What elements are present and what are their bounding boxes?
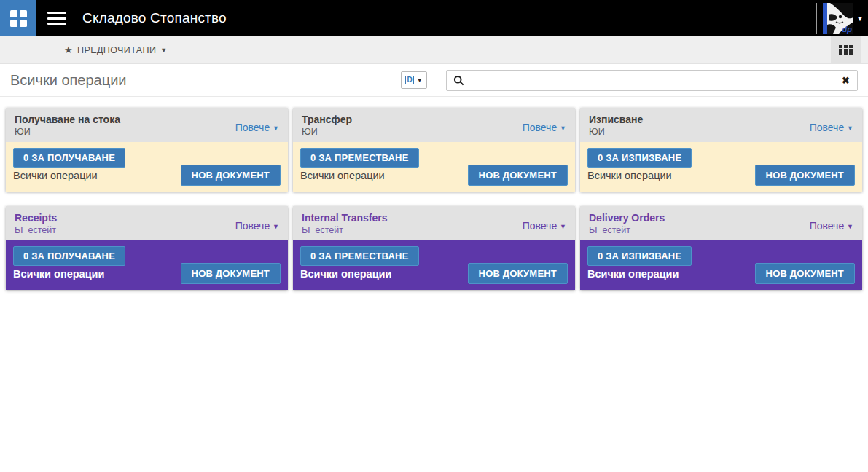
- chevron-down-icon: ▼: [273, 223, 279, 230]
- card-header: Receipts БГ естейт Повече ▼: [6, 206, 288, 240]
- chevron-down-icon: ▼: [560, 223, 566, 230]
- card-transfer-yui: Трансфер ЮИ Повече ▼ 0 ЗА ПРЕМЕСТВАНЕ Вс…: [293, 108, 575, 192]
- new-document-button[interactable]: НОВ ДОКУМЕНТ: [468, 263, 568, 284]
- card-title: Трансфер: [302, 113, 352, 126]
- kanban-view-switcher-button[interactable]: [831, 36, 861, 64]
- card-body: 0 ЗА ИЗПИЗВАНЕ Всички операции НОВ ДОКУМ…: [580, 142, 862, 192]
- favbar-divider: [52, 36, 52, 63]
- card-receipts-bg-estate: Receipts БГ естейт Повече ▼ 0 ЗА ПОЛУЧАВ…: [6, 206, 288, 290]
- more-dropdown[interactable]: Повече ▼: [810, 122, 853, 133]
- top-bar: Складово Стопанство dp ▼: [0, 0, 868, 36]
- user-caret-icon: ▼: [856, 15, 864, 23]
- card-header: Получаване на стока ЮИ Повече ▼: [6, 108, 288, 142]
- star-icon: ★: [64, 44, 73, 55]
- favorites-bar: ★ ПРЕДПОЧИТАНИ ▼: [0, 36, 868, 64]
- topbar-divider: [816, 3, 817, 34]
- card-body: 0 ЗА ПОЛУЧАВАНЕ Всички операции НОВ ДОКУ…: [6, 142, 288, 192]
- all-operations-link[interactable]: Всички операции: [13, 268, 104, 280]
- clear-search-icon[interactable]: ✖: [842, 75, 850, 86]
- favorites-label: ПРЕДПОЧИТАНИ: [77, 45, 156, 55]
- card-title: Receipts: [15, 211, 57, 224]
- hamburger-menu-button[interactable]: [47, 12, 66, 25]
- new-document-button[interactable]: НОВ ДОКУМЕНТ: [181, 263, 281, 284]
- count-button[interactable]: 0 ЗА ИЗПИЗВАНЕ: [587, 148, 692, 168]
- search-input[interactable]: [464, 71, 842, 90]
- more-dropdown[interactable]: Повече ▼: [810, 220, 853, 232]
- card-title: Изписване: [589, 113, 643, 126]
- filter-dropdown-button[interactable]: D ▼: [401, 71, 427, 89]
- more-dropdown[interactable]: Повече ▼: [523, 122, 566, 133]
- all-operations-link[interactable]: Всички операции: [13, 170, 98, 181]
- chevron-down-icon: ▼: [160, 47, 167, 54]
- card-title: Delivery Orders: [589, 211, 665, 224]
- all-operations-link[interactable]: Всички операции: [587, 268, 679, 280]
- new-document-button[interactable]: НОВ ДОКУМЕНТ: [181, 165, 281, 186]
- card-header: Internal Transfers БГ естейт Повече ▼: [293, 206, 575, 240]
- count-button[interactable]: 0 ЗА ПРЕМЕСТВАНЕ: [300, 148, 419, 168]
- chevron-down-icon: ▼: [273, 125, 279, 132]
- chevron-down-icon: ▼: [560, 125, 566, 132]
- more-dropdown[interactable]: Повече ▼: [235, 220, 279, 232]
- operations-card-grid: Получаване на стока ЮИ Повече ▼ 0 ЗА ПОЛ…: [0, 97, 868, 290]
- content-header: Всички операции D ▼ ✖: [0, 64, 868, 97]
- card-body: 0 ЗА ПОЛУЧАВАНЕ Всички операции НОВ ДОКУ…: [6, 240, 288, 290]
- apps-grid-icon: [10, 10, 27, 27]
- card-subtitle: ЮИ: [15, 126, 120, 138]
- all-operations-link[interactable]: Всички операции: [300, 268, 391, 280]
- card-header: Delivery Orders БГ естейт Повече ▼: [580, 206, 862, 240]
- card-issue-yui: Изписване ЮИ Повече ▼ 0 ЗА ИЗПИЗВАНЕ Вси…: [580, 108, 862, 192]
- card-header: Трансфер ЮИ Повече ▼: [293, 108, 575, 142]
- card-header: Изписване ЮИ Повече ▼: [580, 108, 862, 142]
- user-avatar: dp: [823, 3, 853, 34]
- favorites-dropdown[interactable]: ★ ПРЕДПОЧИТАНИ ▼: [64, 44, 168, 55]
- new-document-button[interactable]: НОВ ДОКУМЕНТ: [755, 263, 855, 284]
- card-subtitle: БГ естейт: [589, 224, 665, 236]
- app-title: Складово Стопанство: [82, 10, 227, 26]
- chevron-down-icon: ▼: [417, 77, 423, 84]
- new-document-button[interactable]: НОВ ДОКУМЕНТ: [468, 165, 568, 186]
- count-button[interactable]: 0 ЗА ПРЕМЕСТВАНЕ: [300, 246, 419, 266]
- more-dropdown[interactable]: Повече ▼: [235, 122, 279, 133]
- all-operations-link[interactable]: Всички операции: [587, 170, 672, 181]
- search-icon: [453, 75, 464, 86]
- count-button[interactable]: 0 ЗА ПОЛУЧАВАНЕ: [13, 148, 125, 168]
- card-title: Internal Transfers: [302, 211, 388, 224]
- filter-glyph-icon: D: [405, 76, 413, 84]
- apps-menu-button[interactable]: [0, 0, 36, 36]
- card-subtitle: БГ естейт: [15, 224, 57, 236]
- svg-text:dp: dp: [842, 25, 853, 34]
- chevron-down-icon: ▼: [847, 125, 853, 132]
- all-operations-link[interactable]: Всички операции: [300, 170, 385, 181]
- new-document-button[interactable]: НОВ ДОКУМЕНТ: [755, 165, 855, 186]
- card-internal-transfers-bg-estate: Internal Transfers БГ естейт Повече ▼ 0 …: [293, 206, 575, 290]
- card-body: 0 ЗА ПРЕМЕСТВАНЕ Всички операции НОВ ДОК…: [293, 142, 575, 192]
- count-button[interactable]: 0 ЗА ИЗПИЗВАНЕ: [587, 246, 692, 266]
- grid-view-icon: [839, 45, 853, 55]
- card-body: 0 ЗА ИЗПИЗВАНЕ Всички операции НОВ ДОКУМ…: [580, 240, 862, 290]
- count-button[interactable]: 0 ЗА ПОЛУЧАВАНЕ: [13, 246, 125, 266]
- user-menu-button[interactable]: dp ▼: [823, 3, 864, 34]
- card-delivery-orders-bg-estate: Delivery Orders БГ естейт Повече ▼ 0 ЗА …: [580, 206, 862, 290]
- card-subtitle: ЮИ: [589, 126, 643, 138]
- chevron-down-icon: ▼: [847, 223, 853, 230]
- page-title: Всички операции: [10, 72, 127, 89]
- card-subtitle: ЮИ: [302, 126, 352, 138]
- search-bar: ✖: [446, 70, 858, 91]
- card-subtitle: БГ естейт: [302, 224, 388, 236]
- card-body: 0 ЗА ПРЕМЕСТВАНЕ Всички операции НОВ ДОК…: [293, 240, 575, 290]
- more-dropdown[interactable]: Повече ▼: [523, 220, 566, 232]
- card-receiving-yui: Получаване на стока ЮИ Повече ▼ 0 ЗА ПОЛ…: [6, 108, 288, 192]
- card-title: Получаване на стока: [15, 113, 120, 126]
